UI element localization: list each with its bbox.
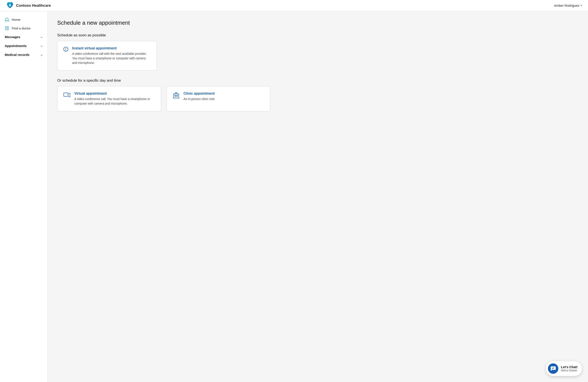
sidebar-group-messages-label: Messages (5, 35, 20, 39)
appointments-chevron-icon: ⌄ (40, 44, 43, 47)
sidebar-group-appointments-label: Appointments (5, 44, 27, 48)
chat-widget[interactable]: Let's Chat! We're Online (546, 361, 582, 376)
find-doctor-icon (5, 26, 9, 30)
user-menu[interactable]: Amber Rodriguez ▾ (554, 4, 582, 7)
svg-rect-6 (173, 94, 179, 98)
sidebar-group-messages[interactable]: Messages ⌄ (0, 33, 47, 41)
schedule-cards-container: Virtual appointment A video conference c… (57, 86, 578, 111)
clinic-card-description: An in-person clinic visit. (184, 97, 215, 101)
sidebar-item-home[interactable]: Home (0, 15, 47, 24)
section-specific-title: Or schedule for a specific day and time (57, 78, 578, 83)
medical-records-chevron-icon: ⌄ (40, 53, 43, 56)
virtual-card-description: A video conference call. You must have a… (74, 97, 155, 106)
user-menu-caret: ▾ (581, 4, 582, 7)
brand-logo: Contoso Healthcare (6, 1, 51, 10)
sidebar-group-medical-records[interactable]: Medical records ⌄ (0, 50, 47, 59)
clinic-card-content: Clinic appointment An in-person clinic v… (184, 92, 215, 101)
svg-rect-7 (175, 96, 176, 97)
svg-point-4 (66, 50, 66, 50)
chat-text: Let's Chat! We're Online (561, 365, 578, 372)
sidebar-item-home-label: Home (12, 18, 20, 21)
sidebar-group-appointments[interactable]: Appointments ⌄ (0, 41, 47, 50)
virtual-card-link[interactable]: Virtual appointment (74, 92, 155, 96)
messages-chevron-icon: ⌄ (40, 35, 43, 39)
instant-virtual-card[interactable]: Instant virtual appointment A video conf… (57, 41, 157, 71)
sidebar-item-find-doctor-label: Find a doctor (12, 26, 31, 30)
instant-card-content: Instant virtual appointment A video conf… (72, 46, 150, 65)
chat-icon (548, 363, 558, 374)
sidebar-group-medical-records-label: Medical records (5, 53, 29, 57)
clinic-card-link[interactable]: Clinic appointment (184, 92, 215, 96)
main-content: Schedule a new appointment Schedule as s… (48, 11, 588, 382)
svg-rect-3 (66, 48, 66, 50)
video-call-icon (63, 92, 70, 100)
instant-alert-icon (63, 47, 68, 53)
clinic-appointment-card[interactable]: Clinic appointment An in-person clinic v… (166, 86, 270, 111)
home-icon (5, 17, 9, 22)
instant-card-link[interactable]: Instant virtual appointment (72, 46, 150, 50)
page-title: Schedule a new appointment (57, 20, 578, 26)
instant-card-description: A video conference call with the next av… (72, 52, 150, 65)
svg-point-1 (6, 27, 8, 28)
app-header: Contoso Healthcare Amber Rodriguez ▾ (0, 0, 588, 11)
section-soon-title: Schedule as soon as possible (57, 33, 578, 38)
chat-title: Let's Chat! (561, 365, 578, 369)
svg-rect-5 (64, 93, 68, 96)
virtual-card-content: Virtual appointment A video conference c… (74, 92, 155, 106)
svg-rect-11 (552, 369, 554, 369)
svg-rect-10 (552, 368, 554, 368)
brand-name: Contoso Healthcare (16, 3, 51, 8)
user-name: Amber Rodriguez (554, 4, 579, 7)
clinic-building-icon (173, 92, 180, 100)
app-layout: Home Find a doctor Messages ⌄ Appointmen… (0, 11, 588, 382)
logo-icon (6, 1, 14, 10)
svg-rect-8 (177, 96, 177, 97)
virtual-appointment-card[interactable]: Virtual appointment A video conference c… (57, 86, 161, 111)
sidebar-item-find-doctor[interactable]: Find a doctor (0, 24, 47, 33)
sidebar: Home Find a doctor Messages ⌄ Appointmen… (0, 11, 48, 382)
chat-subtitle: We're Online (561, 369, 578, 372)
